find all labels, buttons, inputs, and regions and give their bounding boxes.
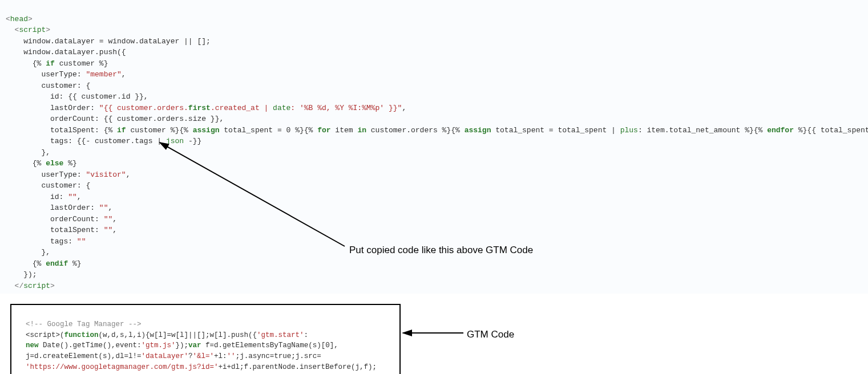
code-line: <script> [6,26,50,34]
code-line: tags: {{- customer.tags | json -}} [6,137,201,145]
gtm-line: j=d.createElement(s),dl=l!='dataLayer'?'… [17,352,321,360]
code-line: totalSpent: {% if customer %}{% assign t… [6,126,868,135]
code-line: }, [6,248,50,257]
code-line: </script> [6,282,55,290]
code-line: userType: "visitor", [6,170,130,179]
code-line: {% else %} [6,159,77,168]
code-line: {% endif %} [6,259,82,268]
code-line: }, [6,148,50,157]
code-line: }); [6,270,37,279]
code-line: <head> [6,15,33,23]
annotation-gtm-code: GTM Code [467,327,514,342]
code-line: window.dataLayer.push({ [6,48,126,56]
code-line: lastOrder: "{{ customer.orders.first.cre… [6,104,406,112]
code-line: lastOrder: "", [6,204,112,212]
code-line: {% if customer %} [6,59,108,68]
code-line: window.dataLayer = window.dataLayer || [… [6,37,211,46]
code-line: customer: { [6,82,90,90]
gtm-line: <script>(function(w,d,s,l,i){w[l]=w[l]||… [17,331,308,339]
gtm-line: 'https://www.googletagmanager.com/gtm.js… [17,363,377,371]
code-line: orderCount: {{ customer.orders.size }}, [6,115,224,123]
gtm-line: new Date().getTime(),event:'gtm.js'});va… [17,342,338,349]
code-line: tags: "" [6,237,86,246]
gtm-comment-open: <!-- Google Tag Manager --> [17,320,142,328]
arrow-to-gtm [399,328,468,340]
code-line: totalSpent: "", [6,226,117,234]
code-line: orderCount: "", [6,215,117,223]
code-line: userType: "member", [6,70,126,79]
code-line: id: {{ customer.id }}, [6,92,148,101]
code-line: customer: { [6,181,90,190]
code-line: id: "", [6,193,82,201]
gtm-code-box: <!-- Google Tag Manager --> <script>(fun… [10,304,401,374]
annotation-above-gtm: Put copied code like this above GTM Code [349,243,533,258]
